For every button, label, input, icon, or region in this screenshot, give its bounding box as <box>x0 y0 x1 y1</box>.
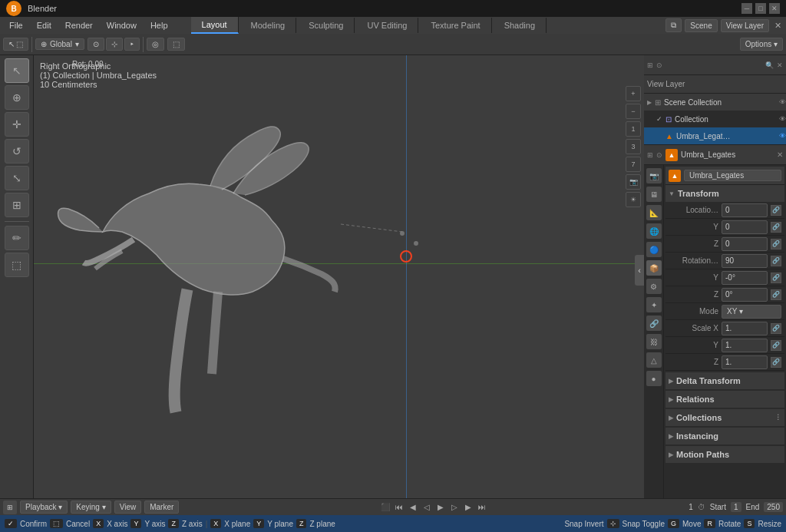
props-close-icon[interactable]: ✕ <box>777 150 783 159</box>
xray-toggle[interactable]: ⬚ <box>167 38 185 51</box>
minimize-button[interactable]: ─ <box>741 3 752 14</box>
mesh-eye-icon[interactable]: 👁 <box>779 132 786 140</box>
constraints-props-icon[interactable]: ⛓ <box>646 334 662 349</box>
prev-key-btn[interactable]: ◀ <box>408 502 418 513</box>
rotation-x-value[interactable]: 90 <box>722 254 768 268</box>
physics-props-icon[interactable]: 🔗 <box>646 316 662 331</box>
mesh-name-dropdown[interactable]: Umbra_Legates <box>684 170 781 181</box>
menu-help[interactable]: Help <box>144 19 174 31</box>
scale-x-lock[interactable]: 🔗 <box>771 323 781 334</box>
location-x-lock[interactable]: 🔗 <box>771 205 781 216</box>
particles-props-icon[interactable]: ✦ <box>646 297 662 312</box>
menu-window[interactable]: Window <box>101 19 143 31</box>
scale-x-value[interactable]: 1. <box>722 322 768 335</box>
data-props-icon[interactable]: △ <box>646 352 662 368</box>
view-btn[interactable]: View <box>114 501 142 514</box>
close-button[interactable]: ✕ <box>769 3 780 14</box>
rotation-y-lock[interactable]: 🔗 <box>771 273 781 283</box>
stop-btn[interactable]: ⬛ <box>380 502 391 513</box>
rotation-z-value[interactable]: 0° <box>722 288 768 302</box>
material-props-icon[interactable]: ● <box>646 371 662 386</box>
tab-modeling[interactable]: Modeling <box>240 18 297 33</box>
cam-icon[interactable]: 📷 <box>626 174 641 190</box>
scale-tool[interactable]: ⤡ <box>5 166 29 190</box>
measure-tool[interactable]: ⬚ <box>5 253 29 277</box>
tab-texture-paint[interactable]: Texture Paint <box>420 18 491 33</box>
zoom-in-icon[interactable]: + <box>626 86 641 101</box>
scene-name[interactable]: Scene <box>685 19 717 32</box>
keying-btn[interactable]: Keying ▾ <box>71 501 111 514</box>
world-props-icon[interactable]: 🔵 <box>646 242 662 257</box>
overlay-toggle[interactable]: ◎ <box>147 38 164 51</box>
outliner-close-icon[interactable]: ✕ <box>777 61 783 69</box>
tab-shading[interactable]: Shading <box>494 18 547 33</box>
playback-mode-icon[interactable]: ⊞ <box>3 501 17 514</box>
collection-eye-icon[interactable]: 👁 <box>779 115 786 123</box>
rotate-tool[interactable]: ↺ <box>5 139 29 164</box>
rotation-y-value[interactable]: -0° <box>722 271 768 285</box>
end-frame[interactable]: 250 <box>764 502 783 512</box>
lamp-icon[interactable]: ☀ <box>626 192 641 207</box>
location-x-value[interactable]: 0 <box>722 203 768 217</box>
zoom-out-icon[interactable]: − <box>626 104 641 119</box>
start-frame[interactable]: 1 <box>731 502 741 512</box>
rotation-z-lock[interactable]: 🔗 <box>771 289 781 300</box>
location-z-lock[interactable]: 🔗 <box>771 239 781 249</box>
scene-props-icon[interactable]: 🌐 <box>646 223 662 239</box>
scale-z-lock[interactable]: 🔗 <box>771 357 781 368</box>
instancing-header[interactable]: ▶ Instancing <box>665 428 784 444</box>
marker-btn[interactable]: Marker <box>144 501 179 514</box>
move-tool[interactable]: ✛ <box>5 112 29 137</box>
search-icon[interactable]: 🔍 <box>765 61 774 69</box>
menu-render[interactable]: Render <box>59 19 99 31</box>
next-frame-btn[interactable]: ▷ <box>449 502 460 513</box>
delta-transform-header[interactable]: ▶ Delta Transform <box>665 372 784 389</box>
options-btn[interactable]: Options ▾ <box>740 38 783 51</box>
location-y-lock[interactable]: 🔗 <box>771 222 781 233</box>
scene-selector[interactable]: ⧉ <box>665 18 682 32</box>
rotation-mode-dropdown[interactable]: XY ▾ <box>722 305 781 319</box>
maximize-button[interactable]: □ <box>755 3 766 14</box>
jump-start-btn[interactable]: ⏮ <box>394 502 405 513</box>
tab-sculpting[interactable]: Sculpting <box>298 18 355 33</box>
location-y-value[interactable]: 0 <box>722 220 768 234</box>
next-key-btn[interactable]: ▶ <box>463 502 474 513</box>
playback-btn[interactable]: Playback ▾ <box>20 501 68 514</box>
scale-y-lock[interactable]: 🔗 <box>771 340 781 351</box>
tab-uv-editing[interactable]: UV Editing <box>356 18 418 33</box>
num-3-icon[interactable]: 3 <box>626 139 641 154</box>
transform-header[interactable]: ▼ Transform <box>665 185 784 202</box>
prev-frame-btn[interactable]: ◁ <box>421 502 432 513</box>
output-props-icon[interactable]: 🖥 <box>646 187 662 202</box>
collections-header[interactable]: ▶ Collections ⋮ <box>665 409 784 426</box>
num-1-icon[interactable]: 1 <box>626 121 641 137</box>
snap-btn[interactable]: ⊹ <box>106 38 123 51</box>
play-btn[interactable]: ▶ <box>435 502 446 513</box>
panel-collapse-btn[interactable]: ‹ <box>635 255 644 286</box>
modifier-props-icon[interactable]: ⚙ <box>646 279 662 294</box>
view-layer-btn[interactable]: View Layer <box>721 19 769 32</box>
rotation-x-lock[interactable]: 🔗 <box>771 256 781 266</box>
menu-file[interactable]: File <box>3 19 29 31</box>
jump-end-btn[interactable]: ⏭ <box>477 502 487 513</box>
annotate-tool[interactable]: ✏ <box>5 226 29 250</box>
visibility-icon[interactable]: 👁 <box>779 98 786 106</box>
mode-selector[interactable]: ↖ ⬚ <box>3 38 28 51</box>
3d-cursor[interactable] <box>400 250 412 263</box>
transform-global[interactable]: ⊕ Global ▾ <box>35 38 84 50</box>
snap-more-btn[interactable]: ‣ <box>124 38 140 51</box>
transform-tool[interactable]: ⊞ <box>5 193 29 217</box>
select-tool[interactable]: ↖ <box>5 58 29 83</box>
umbra-legates-item[interactable]: ▲ Umbra_Legat… 👁 <box>644 127 786 144</box>
cursor-tool[interactable]: ⊕ <box>5 85 29 110</box>
object-props-icon[interactable]: 📦 <box>646 260 662 276</box>
view-layer-props-icon[interactable]: 📐 <box>646 205 662 220</box>
num-7-icon[interactable]: 7 <box>626 157 641 172</box>
scale-y-value[interactable]: 1. <box>722 339 768 352</box>
location-z-value[interactable]: 0 <box>722 237 768 251</box>
render-props-icon[interactable]: 📷 <box>646 168 662 183</box>
view-layer-close[interactable]: ✕ <box>772 20 783 31</box>
menu-edit[interactable]: Edit <box>31 19 58 31</box>
tab-layout[interactable]: Layout <box>191 17 239 34</box>
motion-paths-header[interactable]: ▶ Motion Paths <box>665 446 784 463</box>
